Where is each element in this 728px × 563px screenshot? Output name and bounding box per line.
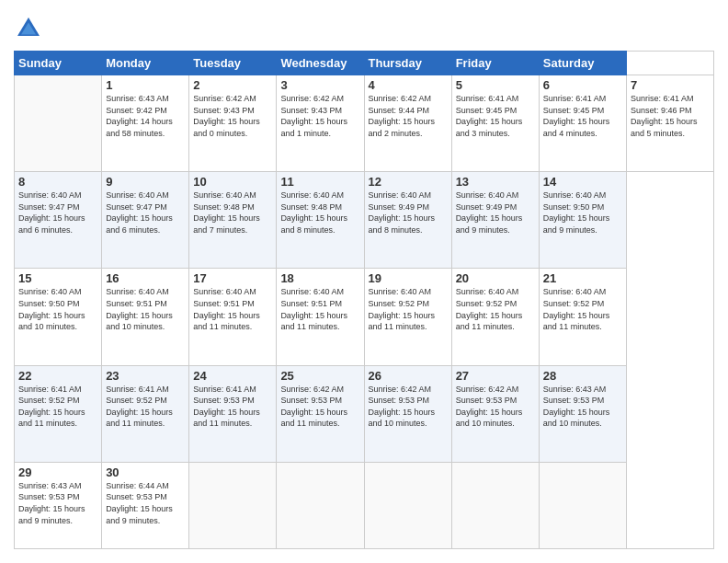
day-info: Sunrise: 6:42 AMSunset: 9:43 PMDaylight:… <box>280 93 359 139</box>
page: SundayMondayTuesdayWednesdayThursdayFrid… <box>0 0 728 563</box>
day-number: 1 <box>106 78 185 92</box>
calendar-week-2: 8Sunrise: 6:40 AMSunset: 9:47 PMDaylight… <box>15 172 714 269</box>
weekday-header-tuesday: Tuesday <box>189 52 277 75</box>
weekday-header-wednesday: Wednesday <box>277 52 364 75</box>
day-info: Sunrise: 6:40 AMSunset: 9:52 PMDaylight:… <box>369 286 448 332</box>
day-info: Sunrise: 6:42 AMSunset: 9:44 PMDaylight:… <box>369 93 448 139</box>
day-cell-19: 19Sunrise: 6:40 AMSunset: 9:52 PMDayligh… <box>364 269 451 365</box>
day-cell-18: 18Sunrise: 6:40 AMSunset: 9:51 PMDayligh… <box>277 269 364 365</box>
calendar-week-4: 22Sunrise: 6:41 AMSunset: 9:52 PMDayligh… <box>15 365 714 462</box>
day-number: 15 <box>18 271 97 285</box>
day-info: Sunrise: 6:42 AMSunset: 9:43 PMDaylight:… <box>193 93 272 139</box>
day-cell-1: 1Sunrise: 6:43 AMSunset: 9:42 PMDaylight… <box>102 75 189 172</box>
day-info: Sunrise: 6:40 AMSunset: 9:49 PMDaylight:… <box>456 190 535 236</box>
day-number: 19 <box>369 271 448 285</box>
day-info: Sunrise: 6:41 AMSunset: 9:52 PMDaylight:… <box>106 384 185 430</box>
day-info: Sunrise: 6:40 AMSunset: 9:47 PMDaylight:… <box>106 190 185 236</box>
day-number: 20 <box>456 271 535 285</box>
day-number: 5 <box>456 78 535 92</box>
day-cell-20: 20Sunrise: 6:40 AMSunset: 9:52 PMDayligh… <box>451 269 539 365</box>
day-number: 2 <box>193 78 272 92</box>
day-info: Sunrise: 6:41 AMSunset: 9:52 PMDaylight:… <box>18 384 97 430</box>
day-cell-15: 15Sunrise: 6:40 AMSunset: 9:50 PMDayligh… <box>15 269 102 365</box>
day-cell-7: 7Sunrise: 6:41 AMSunset: 9:46 PMDaylight… <box>626 75 713 172</box>
day-cell-24: 24Sunrise: 6:41 AMSunset: 9:53 PMDayligh… <box>189 365 277 462</box>
day-cell-27: 27Sunrise: 6:42 AMSunset: 9:53 PMDayligh… <box>451 365 539 462</box>
weekday-header-thursday: Thursday <box>364 52 451 75</box>
day-number: 16 <box>106 271 185 285</box>
day-info: Sunrise: 6:41 AMSunset: 9:45 PMDaylight:… <box>543 93 622 139</box>
day-cell-5: 5Sunrise: 6:41 AMSunset: 9:45 PMDaylight… <box>451 75 539 172</box>
day-info: Sunrise: 6:41 AMSunset: 9:45 PMDaylight:… <box>456 93 535 139</box>
weekday-header-row: SundayMondayTuesdayWednesdayThursdayFrid… <box>15 52 714 75</box>
calendar-week-3: 15Sunrise: 6:40 AMSunset: 9:50 PMDayligh… <box>15 269 714 365</box>
day-info: Sunrise: 6:40 AMSunset: 9:47 PMDaylight:… <box>18 190 97 236</box>
day-number: 24 <box>193 369 272 383</box>
day-info: Sunrise: 6:40 AMSunset: 9:48 PMDaylight:… <box>280 190 359 236</box>
day-number: 26 <box>369 369 448 383</box>
day-number: 13 <box>456 175 535 189</box>
day-info: Sunrise: 6:41 AMSunset: 9:46 PMDaylight:… <box>631 93 710 139</box>
empty-cell <box>539 462 626 548</box>
day-cell-16: 16Sunrise: 6:40 AMSunset: 9:51 PMDayligh… <box>102 269 189 365</box>
empty-cell <box>451 462 539 548</box>
day-info: Sunrise: 6:42 AMSunset: 9:53 PMDaylight:… <box>280 384 359 430</box>
weekday-header-saturday: Saturday <box>539 52 626 75</box>
day-cell-4: 4Sunrise: 6:42 AMSunset: 9:44 PMDaylight… <box>364 75 451 172</box>
empty-cell <box>277 462 364 548</box>
day-cell-25: 25Sunrise: 6:42 AMSunset: 9:53 PMDayligh… <box>277 365 364 462</box>
empty-cell <box>15 75 102 172</box>
day-number: 10 <box>193 175 272 189</box>
day-number: 28 <box>543 369 622 383</box>
day-number: 25 <box>280 369 359 383</box>
day-info: Sunrise: 6:40 AMSunset: 9:50 PMDaylight:… <box>543 190 622 236</box>
day-cell-2: 2Sunrise: 6:42 AMSunset: 9:43 PMDaylight… <box>189 75 277 172</box>
day-number: 18 <box>280 271 359 285</box>
day-number: 22 <box>18 369 97 383</box>
day-cell-14: 14Sunrise: 6:40 AMSunset: 9:50 PMDayligh… <box>539 172 626 269</box>
day-cell-12: 12Sunrise: 6:40 AMSunset: 9:49 PMDayligh… <box>364 172 451 269</box>
day-cell-6: 6Sunrise: 6:41 AMSunset: 9:45 PMDaylight… <box>539 75 626 172</box>
weekday-header-friday: Friday <box>451 52 539 75</box>
day-cell-30: 30Sunrise: 6:44 AMSunset: 9:53 PMDayligh… <box>102 462 189 548</box>
day-info: Sunrise: 6:40 AMSunset: 9:51 PMDaylight:… <box>106 286 185 332</box>
day-number: 8 <box>18 175 97 189</box>
day-number: 14 <box>543 175 622 189</box>
day-number: 29 <box>18 465 97 479</box>
day-info: Sunrise: 6:40 AMSunset: 9:49 PMDaylight:… <box>369 190 448 236</box>
weekday-header-monday: Monday <box>102 52 189 75</box>
day-number: 27 <box>456 369 535 383</box>
day-cell-22: 22Sunrise: 6:41 AMSunset: 9:52 PMDayligh… <box>15 365 102 462</box>
day-info: Sunrise: 6:41 AMSunset: 9:53 PMDaylight:… <box>193 384 272 430</box>
day-info: Sunrise: 6:40 AMSunset: 9:52 PMDaylight:… <box>456 286 535 332</box>
day-cell-9: 9Sunrise: 6:40 AMSunset: 9:47 PMDaylight… <box>102 172 189 269</box>
weekday-header-sunday: Sunday <box>15 52 102 75</box>
day-number: 21 <box>543 271 622 285</box>
day-info: Sunrise: 6:44 AMSunset: 9:53 PMDaylight:… <box>106 480 185 526</box>
day-cell-26: 26Sunrise: 6:42 AMSunset: 9:53 PMDayligh… <box>364 365 451 462</box>
day-cell-29: 29Sunrise: 6:43 AMSunset: 9:53 PMDayligh… <box>15 462 102 548</box>
day-number: 12 <box>369 175 448 189</box>
day-cell-13: 13Sunrise: 6:40 AMSunset: 9:49 PMDayligh… <box>451 172 539 269</box>
day-number: 11 <box>280 175 359 189</box>
day-info: Sunrise: 6:40 AMSunset: 9:51 PMDaylight:… <box>193 286 272 332</box>
day-number: 23 <box>106 369 185 383</box>
day-number: 30 <box>106 465 185 479</box>
day-info: Sunrise: 6:40 AMSunset: 9:51 PMDaylight:… <box>280 286 359 332</box>
day-number: 3 <box>280 78 359 92</box>
day-info: Sunrise: 6:40 AMSunset: 9:48 PMDaylight:… <box>193 190 272 236</box>
day-info: Sunrise: 6:42 AMSunset: 9:53 PMDaylight:… <box>456 384 535 430</box>
day-info: Sunrise: 6:43 AMSunset: 9:53 PMDaylight:… <box>18 480 97 526</box>
day-info: Sunrise: 6:40 AMSunset: 9:52 PMDaylight:… <box>543 286 622 332</box>
day-cell-10: 10Sunrise: 6:40 AMSunset: 9:48 PMDayligh… <box>189 172 277 269</box>
day-cell-28: 28Sunrise: 6:43 AMSunset: 9:53 PMDayligh… <box>539 365 626 462</box>
header <box>14 14 714 43</box>
day-cell-21: 21Sunrise: 6:40 AMSunset: 9:52 PMDayligh… <box>539 269 626 365</box>
day-cell-8: 8Sunrise: 6:40 AMSunset: 9:47 PMDaylight… <box>15 172 102 269</box>
calendar-week-1: 1Sunrise: 6:43 AMSunset: 9:42 PMDaylight… <box>15 75 714 172</box>
empty-cell <box>364 462 451 548</box>
day-cell-23: 23Sunrise: 6:41 AMSunset: 9:52 PMDayligh… <box>102 365 189 462</box>
day-cell-17: 17Sunrise: 6:40 AMSunset: 9:51 PMDayligh… <box>189 269 277 365</box>
day-cell-11: 11Sunrise: 6:40 AMSunset: 9:48 PMDayligh… <box>277 172 364 269</box>
day-number: 17 <box>193 271 272 285</box>
